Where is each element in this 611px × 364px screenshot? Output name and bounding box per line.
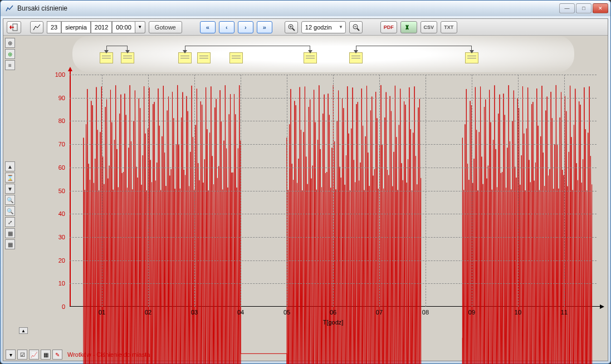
svg-line-6 xyxy=(357,28,359,31)
x-tick: 09 xyxy=(468,309,475,316)
note-connector xyxy=(106,46,127,51)
export-csv-button[interactable]: CSV xyxy=(421,21,437,33)
ready-button[interactable]: Gotowe xyxy=(149,21,182,33)
tool-timer[interactable]: ⌛ xyxy=(5,173,15,183)
tool-scroll-up[interactable]: ▲ xyxy=(5,161,15,171)
date-dropdown[interactable]: ▼ xyxy=(135,21,145,33)
note-connector xyxy=(185,46,310,51)
exit-button[interactable] xyxy=(7,21,21,33)
note-arrow xyxy=(183,50,187,53)
x-tick: 02 xyxy=(145,309,151,316)
grid-line-v xyxy=(333,75,334,307)
y-tick: 60 xyxy=(48,164,65,171)
x-tick: 03 xyxy=(191,309,198,316)
y-tick: 20 xyxy=(48,257,65,264)
y-axis: 0102030405060708090100 xyxy=(42,75,70,307)
note-icon[interactable] xyxy=(465,52,478,63)
note-arrow xyxy=(308,50,312,53)
date-day[interactable]: 23 xyxy=(47,21,61,33)
bottom-info[interactable]: ✎ xyxy=(52,350,62,360)
window-title: Bursaki ciśnienie xyxy=(17,4,559,12)
note-icon[interactable] xyxy=(349,52,363,63)
grid-line-v xyxy=(241,75,241,307)
note-icon[interactable] xyxy=(121,52,134,63)
note-arrow xyxy=(470,50,474,53)
close-button[interactable]: ✕ xyxy=(593,3,608,13)
chart-plot[interactable]: T[godz] 0102030405060708091011 xyxy=(70,75,597,307)
x-tick: 11 xyxy=(561,309,568,316)
zoom-in-button[interactable] xyxy=(285,21,298,33)
note-icon[interactable] xyxy=(178,52,192,63)
grid-line-v xyxy=(564,75,565,307)
bottom-toggle-2[interactable]: ☑ xyxy=(17,350,27,360)
app-window: Bursaki ciśnienie — □ ✕ 23 sierpnia 2012… xyxy=(0,0,611,364)
grid-line-v xyxy=(518,75,519,307)
tool-zoom-y-in[interactable]: 🔍 xyxy=(5,195,15,205)
titlebar[interactable]: Bursaki ciśnienie — □ ✕ xyxy=(1,1,610,16)
export-xls-button[interactable] xyxy=(400,21,417,33)
x-tick: 05 xyxy=(283,309,290,316)
chart-area[interactable]: 0102030405060708090100 T[godz] 010203040… xyxy=(17,36,608,348)
nav-prev-button[interactable]: ‹ xyxy=(219,21,234,33)
x-tick: 07 xyxy=(376,309,383,316)
y-tick: 30 xyxy=(48,234,65,240)
x-tick: 08 xyxy=(422,309,429,316)
svg-line-2 xyxy=(292,28,295,31)
y-tick: 80 xyxy=(48,117,65,124)
x-tick: 04 xyxy=(237,309,244,316)
x-tick: 10 xyxy=(515,309,521,316)
tool-3[interactable]: ≡ xyxy=(5,60,15,70)
annotation-row xyxy=(17,39,608,70)
y-tick: 0 xyxy=(48,303,65,310)
tool-scroll-down[interactable]: ▼ xyxy=(5,184,15,194)
x-tick: 01 xyxy=(99,309,105,316)
y-tick: 90 xyxy=(48,95,65,101)
chart-mode-button[interactable] xyxy=(30,21,43,33)
note-icon[interactable] xyxy=(197,52,211,63)
nav-last-button[interactable]: » xyxy=(257,21,272,33)
note-arrow xyxy=(354,50,358,53)
zoom-out-button[interactable] xyxy=(349,21,363,33)
collapse-legend-button[interactable]: ▲ xyxy=(19,327,28,334)
bottom-toggle-1[interactable]: ▾ xyxy=(6,350,16,360)
nav-next-button[interactable]: › xyxy=(238,21,253,33)
nav-first-button[interactable]: « xyxy=(200,21,216,33)
tool-zoom-y-out[interactable]: 🔍 xyxy=(5,206,15,216)
maximize-button[interactable]: □ xyxy=(576,3,592,13)
date-picker[interactable]: 23 sierpnia 2012 00:00 ▼ xyxy=(47,21,145,33)
note-connector xyxy=(356,46,471,51)
content-pane: 23 sierpnia 2012 00:00 ▼ Gotowe « ‹ › » … xyxy=(3,18,608,361)
export-pdf-button[interactable]: PDF xyxy=(380,21,397,33)
grid-line-v xyxy=(287,75,287,307)
date-month[interactable]: sierpnia xyxy=(61,21,91,33)
tool-1[interactable]: ⊕ xyxy=(5,38,15,48)
note-arrow xyxy=(104,50,109,53)
y-tick: 50 xyxy=(48,188,65,194)
minimize-button[interactable]: — xyxy=(559,3,575,13)
date-time[interactable]: 00:00 xyxy=(112,21,135,33)
chart-icon xyxy=(5,4,14,13)
y-tick: 40 xyxy=(48,210,65,217)
y-tick: 10 xyxy=(48,280,65,287)
grid-line-v xyxy=(102,75,102,307)
note-icon[interactable] xyxy=(100,52,113,63)
export-txt-button[interactable]: TXT xyxy=(441,21,457,33)
tool-grid2[interactable]: ▦ xyxy=(5,239,15,249)
note-icon[interactable] xyxy=(304,52,317,63)
date-year[interactable]: 2012 xyxy=(91,21,112,33)
tool-2[interactable]: ⊕ xyxy=(5,49,15,59)
time-range-select[interactable]: 12 godzin xyxy=(301,21,346,33)
left-toolbar: ⊕ ⊕ ≡ ▲ ⌛ ▼ 🔍 🔍 ⤢ ▦ ▦ xyxy=(3,36,17,348)
main-area: ⊕ ⊕ ≡ ▲ ⌛ ▼ 🔍 🔍 ⤢ ▦ ▦ 010203040506070809… xyxy=(3,36,608,348)
x-tick: 06 xyxy=(330,309,336,316)
y-tick: 100 xyxy=(48,71,65,78)
note-arrow xyxy=(125,50,130,53)
grid-line-v xyxy=(472,75,472,307)
tool-autoscale[interactable]: ⤢ xyxy=(5,217,15,227)
note-icon[interactable] xyxy=(229,52,243,63)
bottom-stats[interactable]: 📈 xyxy=(29,350,39,360)
tool-grid1[interactable]: ▦ xyxy=(5,228,15,238)
x-axis-label: T[godz] xyxy=(323,319,344,326)
grid-line-v xyxy=(148,75,149,307)
bottom-table[interactable]: ▦ xyxy=(41,350,51,360)
